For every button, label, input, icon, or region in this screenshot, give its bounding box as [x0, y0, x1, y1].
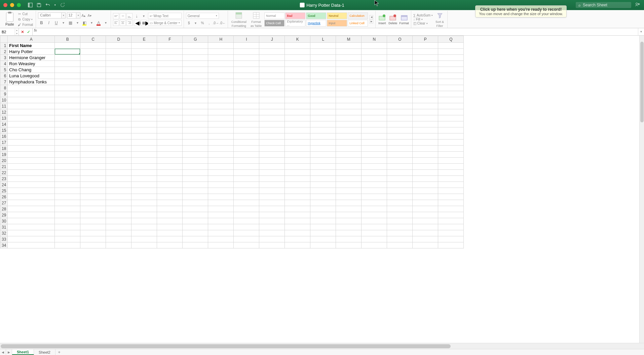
cell[interactable] [8, 146, 55, 152]
cell[interactable] [106, 61, 131, 67]
cell[interactable] [157, 182, 183, 188]
cell[interactable] [183, 103, 208, 109]
row-header[interactable]: 13 [0, 115, 8, 121]
format-as-table-button[interactable]: Format as Table [249, 11, 263, 28]
cell[interactable] [131, 170, 157, 176]
cell[interactable] [336, 49, 362, 55]
cell[interactable] [157, 67, 183, 73]
cell[interactable] [438, 121, 464, 127]
cell[interactable] [362, 158, 387, 164]
cell[interactable] [208, 121, 234, 127]
cell[interactable] [259, 85, 285, 91]
cell[interactable] [55, 146, 80, 152]
cell[interactable] [157, 242, 183, 248]
cell[interactable] [413, 236, 438, 242]
cell[interactable] [362, 212, 387, 218]
cell[interactable] [208, 242, 234, 248]
cell[interactable] [8, 236, 55, 242]
cell[interactable] [310, 61, 336, 67]
cell[interactable] [387, 127, 413, 133]
cell[interactable] [80, 218, 106, 224]
cell[interactable] [106, 188, 131, 194]
cell[interactable] [234, 206, 259, 212]
cell[interactable] [259, 79, 285, 85]
cell[interactable] [55, 79, 80, 85]
cell[interactable] [183, 43, 208, 49]
cell[interactable] [438, 230, 464, 236]
cell[interactable] [80, 79, 106, 85]
wrap-text-button[interactable]: ↩Wrap Text [148, 13, 182, 19]
cell[interactable] [80, 188, 106, 194]
horizontal-scroll-thumb[interactable] [1, 344, 451, 348]
cell[interactable] [106, 182, 131, 188]
cell[interactable] [413, 170, 438, 176]
cell[interactable] [362, 170, 387, 176]
cell[interactable] [157, 218, 183, 224]
cell[interactable] [106, 85, 131, 91]
cell[interactable] [438, 170, 464, 176]
cell[interactable] [336, 85, 362, 91]
cell[interactable] [285, 176, 310, 182]
cell[interactable] [106, 103, 131, 109]
column-header[interactable]: K [285, 36, 310, 43]
cell[interactable] [336, 79, 362, 85]
cell[interactable] [362, 91, 387, 97]
row-header[interactable]: 6 [0, 73, 8, 79]
cell[interactable] [208, 218, 234, 224]
cell[interactable] [8, 164, 55, 170]
cell[interactable] [234, 176, 259, 182]
cell[interactable] [183, 212, 208, 218]
column-header[interactable]: I [234, 36, 259, 43]
row-header[interactable]: 28 [0, 206, 8, 212]
cell[interactable] [131, 194, 157, 200]
cell[interactable]: Hermione Granger [8, 55, 55, 61]
row-header[interactable]: 19 [0, 152, 8, 158]
row-header[interactable]: 22 [0, 170, 8, 176]
cell[interactable] [55, 176, 80, 182]
cell[interactable] [438, 194, 464, 200]
insert-cells-button[interactable]: Insert [378, 14, 386, 25]
cell[interactable] [387, 164, 413, 170]
cell[interactable] [157, 79, 183, 85]
cell[interactable] [438, 73, 464, 79]
cell[interactable] [387, 194, 413, 200]
orientation-button[interactable]: ⭭ [134, 13, 140, 19]
cell[interactable] [234, 182, 259, 188]
cell[interactable] [183, 115, 208, 121]
cell[interactable] [183, 79, 208, 85]
cell[interactable] [157, 140, 183, 146]
align-middle-button[interactable] [120, 13, 126, 19]
copy-button[interactable]: ⧉Copy ▾ [17, 17, 34, 22]
layout-icon[interactable] [28, 2, 33, 8]
cell[interactable] [336, 121, 362, 127]
row-header[interactable]: 21 [0, 164, 8, 170]
cell[interactable] [8, 224, 55, 230]
cell[interactable] [413, 91, 438, 97]
cell[interactable] [285, 79, 310, 85]
cell[interactable] [310, 152, 336, 158]
cell[interactable] [336, 158, 362, 164]
cell[interactable] [183, 67, 208, 73]
cell[interactable] [234, 91, 259, 97]
cell[interactable] [310, 43, 336, 49]
cell[interactable] [259, 218, 285, 224]
border-button[interactable]: ▦ [67, 19, 74, 26]
column-header[interactable]: L [310, 36, 336, 43]
cell[interactable] [157, 230, 183, 236]
cell[interactable] [106, 121, 131, 127]
vertical-scrollbar[interactable] [639, 36, 644, 343]
cell[interactable] [362, 97, 387, 103]
row-header[interactable]: 5 [0, 67, 8, 73]
cell[interactable] [234, 140, 259, 146]
font-size-dropdown-icon[interactable]: ▾ [76, 12, 80, 18]
row-header[interactable]: 10 [0, 97, 8, 103]
cell[interactable] [285, 85, 310, 91]
cell[interactable] [438, 242, 464, 248]
cell[interactable] [285, 146, 310, 152]
cell[interactable] [208, 194, 234, 200]
cell[interactable] [234, 127, 259, 133]
cell[interactable] [183, 133, 208, 140]
align-right-button[interactable] [126, 20, 132, 26]
cell[interactable] [438, 67, 464, 73]
cell[interactable] [8, 103, 55, 109]
